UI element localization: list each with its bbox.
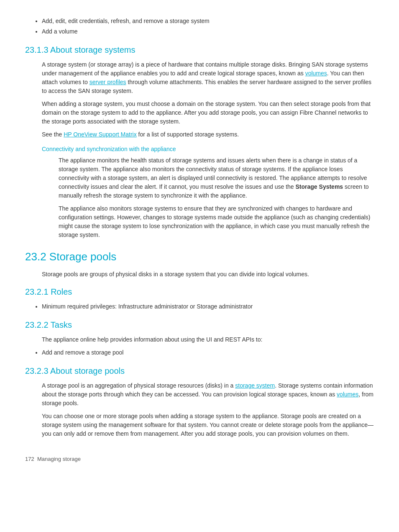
section-2313-para2: When adding a storage system, you must c… xyxy=(42,100,374,126)
page-number: 172 xyxy=(25,456,34,462)
server-profiles-link[interactable]: server profiles xyxy=(90,79,126,85)
top-bullets: Add, edit, edit credentials, refresh, an… xyxy=(42,17,374,36)
tasks-bullet-1: Add and remove a storage pool xyxy=(42,348,374,357)
storage-systems-bold: Storage Systems xyxy=(296,183,343,190)
section-2323-para2: You can choose one or more storage pools… xyxy=(42,412,374,438)
volumes-link-1[interactable]: volumes xyxy=(305,70,327,77)
connectivity-heading: Connectivity and synchronization with th… xyxy=(42,145,374,154)
section-2322-para1: The appliance online help provides infor… xyxy=(42,335,374,344)
page-footer: 172 Managing storage xyxy=(25,455,374,463)
support-matrix-link[interactable]: HP OneView Support Matrix xyxy=(64,131,137,138)
section-2313-para3: See the HP OneView Support Matrix for a … xyxy=(42,130,374,139)
bullet-item-1: Add, edit, edit credentials, refresh, an… xyxy=(42,17,374,26)
roles-bullets: Minimum required privileges: Infrastruct… xyxy=(42,302,374,311)
connectivity-para1: The appliance monitors the health status… xyxy=(59,156,374,200)
section-2313-para1: A storage system (or storage array) is a… xyxy=(42,60,374,95)
footer-text: Managing storage xyxy=(37,456,81,462)
section-2322-heading: 23.2.2 Tasks xyxy=(25,319,374,331)
section-2323-para1: A storage pool is an aggregation of phys… xyxy=(42,381,374,408)
connectivity-section: Connectivity and synchronization with th… xyxy=(42,145,374,239)
section-232-para1: Storage pools are groups of physical dis… xyxy=(42,270,374,279)
section-2321-heading: 23.2.1 Roles xyxy=(25,285,374,298)
tasks-bullets: Add and remove a storage pool xyxy=(42,348,374,357)
bullet-item-2: Add a volume xyxy=(42,27,374,36)
section-232-heading: 23.2 Storage pools xyxy=(25,249,374,265)
storage-system-link[interactable]: storage system xyxy=(235,382,275,389)
roles-bullet-1: Minimum required privileges: Infrastruct… xyxy=(42,302,374,311)
connectivity-para2: The appliance also monitors storage syst… xyxy=(59,204,374,239)
section-2323-heading: 23.2.3 About storage pools xyxy=(25,365,374,377)
section-2313-heading: 23.1.3 About storage systems xyxy=(25,44,374,56)
volumes-link-2[interactable]: volumes xyxy=(337,391,358,398)
